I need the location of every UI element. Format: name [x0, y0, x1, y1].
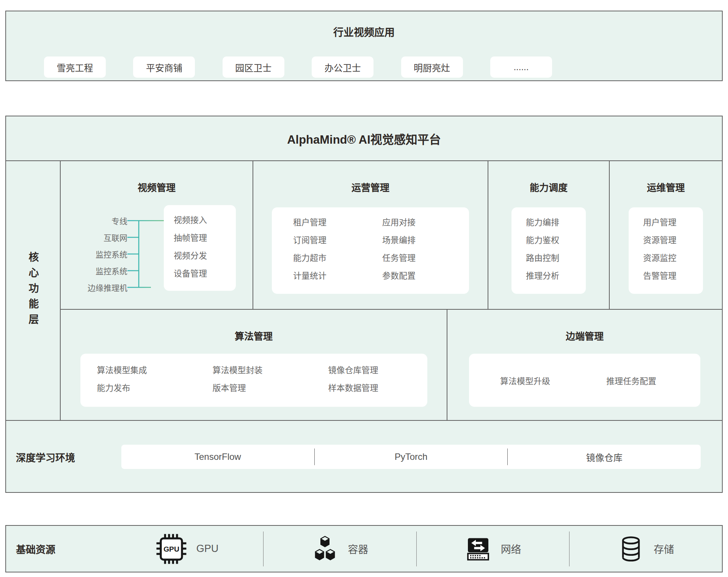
- maintenance-item: 告警管理: [643, 267, 703, 285]
- video-source-labels: 专线 互联网 监控系统 监控系统 边缘推理机: [77, 212, 127, 296]
- deep-learning-label: 深度学习环境: [16, 450, 111, 464]
- operation-item: 场景编排: [382, 231, 471, 249]
- operation-item: 计量统计: [293, 267, 382, 285]
- edge-mgmt-card: 算法模型升级 推理任务配置: [469, 354, 700, 407]
- video-source-label: 监控系统: [77, 262, 127, 279]
- scheduling-item: 路由控制: [526, 249, 586, 267]
- maintenance-mgmt-title: 运维管理: [610, 161, 722, 194]
- video-function-item: 视频接入: [174, 211, 236, 229]
- core-layer-side-cell: 核心功能层: [6, 161, 61, 420]
- dl-env-item: PyTorch: [315, 452, 508, 462]
- video-source-label: 专线: [77, 212, 127, 229]
- video-source-label: 边缘推理机: [77, 279, 127, 296]
- edge-mgmt-section: 边端管理 算法模型升级 推理任务配置: [447, 310, 722, 420]
- app-card: 办公卫士: [312, 56, 373, 78]
- function-row-1: 视频管理 专线 互联网 监控系统 监控系统 边缘推理机: [61, 161, 722, 309]
- video-function-item: 设备管理: [174, 265, 236, 282]
- edge-item: 算法模型升级: [500, 374, 606, 386]
- scheduling-item: 推理分析: [526, 267, 586, 285]
- infra-item-label: GPU: [196, 543, 219, 555]
- industry-apps-section: 行业视频应用 雪亮工程 平安商铺 园区卫士 办公卫士 明厨亮灶 ......: [5, 11, 723, 81]
- video-function-item: 抽帧管理: [174, 229, 236, 247]
- algorithm-mgmt-card: 算法模型集成 算法模型封装 镜像仓库管理 能力发布 版本管理 样本数据管理: [80, 354, 427, 407]
- function-row-2: 算法管理 算法模型集成 算法模型封装 镜像仓库管理 能力发布 版本管理 样本数据…: [61, 309, 722, 420]
- app-card: 雪亮工程: [44, 56, 106, 78]
- network-icon: [464, 535, 492, 563]
- algorithm-mgmt-section: 算法管理 算法模型集成 算法模型封装 镜像仓库管理 能力发布 版本管理 样本数据…: [61, 310, 447, 420]
- app-card: 明厨亮灶: [401, 56, 463, 78]
- video-mgmt-title: 视频管理: [61, 161, 253, 194]
- operation-mgmt-card: 租户管理 应用对接 订阅管理 场景编排 能力超市 任务管理 计量统计 参数配置: [272, 207, 469, 294]
- capability-scheduling-card: 能力编排 能力鉴权 路由控制 推理分析: [511, 207, 586, 294]
- dl-env-item: TensorFlow: [121, 452, 314, 462]
- operation-item: 租户管理: [293, 213, 382, 231]
- infra-label: 基础资源: [16, 542, 111, 556]
- platform-title: AlphaMind® AI视觉感知平台: [6, 116, 722, 161]
- deep-learning-bar: TensorFlow PyTorch 镜像仓库: [121, 445, 701, 469]
- algorithm-mgmt-title: 算法管理: [61, 310, 447, 342]
- infra-item-label: 容器: [348, 541, 368, 556]
- platform-section: AlphaMind® AI视觉感知平台 核心功能层 视频管理 专线 互联网 监控…: [5, 116, 723, 493]
- algorithm-item: 版本管理: [213, 379, 328, 397]
- edge-item: 推理任务配置: [606, 374, 700, 386]
- operation-item: 订阅管理: [293, 231, 382, 249]
- storage-icon: [617, 535, 645, 563]
- algorithm-item: 算法模型封装: [213, 361, 328, 379]
- edge-mgmt-title: 边端管理: [447, 310, 722, 342]
- infra-item-network: 网络: [417, 535, 569, 563]
- maintenance-item: 资源管理: [643, 231, 703, 249]
- infra-section: 基础资源: [5, 525, 723, 572]
- gpu-icon: GPU: [155, 533, 187, 565]
- video-function-item: 视频分发: [174, 247, 236, 265]
- operation-mgmt-column: 运营管理 租户管理 应用对接 订阅管理 场景编排 能力超市 任务管理 计量统计 …: [253, 161, 488, 309]
- operation-mgmt-title: 运营管理: [253, 161, 488, 194]
- infra-item-container: 容器: [264, 535, 416, 563]
- operation-item: 能力超市: [293, 249, 382, 267]
- algorithm-item: 镜像仓库管理: [328, 361, 427, 379]
- infra-item-label: 网络: [501, 541, 521, 556]
- app-card: 园区卫士: [223, 56, 284, 78]
- video-source-label: 互联网: [77, 229, 127, 246]
- infra-item-gpu: GPU GPU: [111, 533, 263, 565]
- algorithm-item: 算法模型集成: [97, 361, 213, 379]
- infra-item-label: 存储: [654, 541, 674, 556]
- connector-lines: [127, 212, 164, 296]
- capability-scheduling-column: 能力调度 能力编排 能力鉴权 路由控制 推理分析: [488, 161, 610, 309]
- industry-apps-row: 雪亮工程 平安商铺 园区卫士 办公卫士 明厨亮灶 ......: [44, 56, 552, 78]
- video-mgmt-column: 视频管理 专线 互联网 监控系统 监控系统 边缘推理机: [61, 161, 253, 309]
- maintenance-item: 用户管理: [643, 213, 703, 231]
- capability-scheduling-title: 能力调度: [488, 161, 609, 194]
- container-icon: [311, 535, 339, 563]
- algorithm-item: 能力发布: [97, 379, 213, 397]
- operation-item: 应用对接: [382, 213, 471, 231]
- deep-learning-row: 深度学习环境 TensorFlow PyTorch 镜像仓库: [6, 420, 722, 493]
- maintenance-mgmt-card: 用户管理 资源管理 资源监控 告警管理: [629, 207, 703, 294]
- operation-item: 参数配置: [382, 267, 471, 285]
- algorithm-item: 样本数据管理: [328, 379, 427, 397]
- maintenance-item: 资源监控: [643, 249, 703, 267]
- app-card-more: ......: [490, 56, 552, 78]
- video-source-label: 监控系统: [77, 246, 127, 262]
- app-card: 平安商铺: [133, 56, 195, 78]
- core-function-layer: 核心功能层 视频管理 专线 互联网 监控系统 监控系统 边缘推理机: [6, 161, 722, 420]
- scheduling-item: 能力鉴权: [526, 231, 586, 249]
- gpu-chip-text: GPU: [163, 545, 179, 553]
- scheduling-item: 能力编排: [526, 213, 586, 231]
- operation-item: 任务管理: [382, 249, 471, 267]
- video-functions-card: 视频接入 抽帧管理 视频分发 设备管理: [164, 205, 236, 291]
- infra-item-storage: 存储: [570, 535, 722, 563]
- industry-apps-title: 行业视频应用: [6, 11, 722, 39]
- maintenance-mgmt-column: 运维管理 用户管理 资源管理 资源监控 告警管理: [610, 161, 722, 309]
- core-layer-label: 核心功能层: [26, 252, 41, 329]
- dl-env-item: 镜像仓库: [508, 450, 701, 464]
